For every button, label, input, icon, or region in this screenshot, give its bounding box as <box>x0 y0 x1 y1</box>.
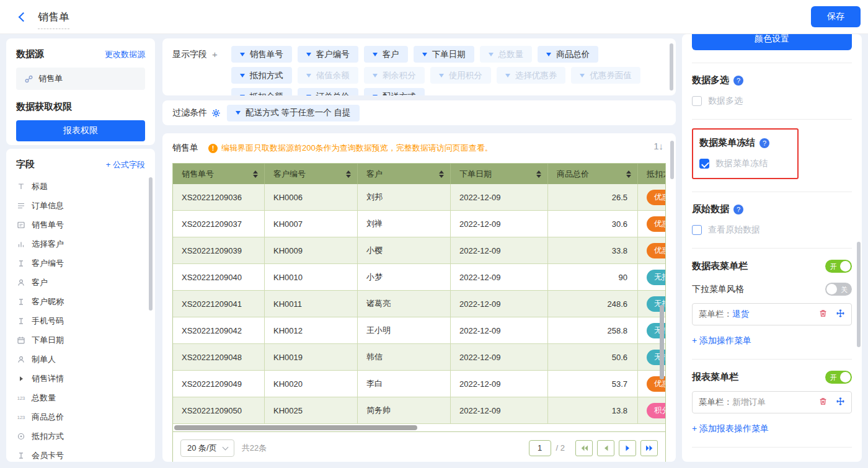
report-menu-item[interactable]: 菜单栏： 新增订单 <box>692 391 852 413</box>
display-field-chip[interactable]: 抵扣方式 <box>231 67 292 84</box>
move-icon[interactable] <box>836 397 845 408</box>
help-icon[interactable] <box>733 205 743 214</box>
next-page-button[interactable] <box>619 440 636 456</box>
chevron-down-icon <box>439 74 444 77</box>
field-item[interactable]: 123 总数量 <box>16 388 149 407</box>
field-item[interactable]: 销售详情 <box>16 369 149 388</box>
sort-arrows-icon[interactable] <box>439 170 444 178</box>
sort-arrows-icon[interactable] <box>626 170 631 178</box>
field-item[interactable]: 客户 <box>16 273 149 292</box>
field-item[interactable]: 客户编号 <box>16 254 149 273</box>
trash-icon[interactable] <box>818 309 828 320</box>
table-row[interactable]: XS20221209049 KH0020 李白 2022-12-09 53.7 … <box>173 371 665 397</box>
add-display-field-button[interactable]: + <box>212 49 218 95</box>
table-row[interactable]: XS20221209040 KH0010 小梦 2022-12-09 90 无抵… <box>173 264 665 291</box>
column-header[interactable]: 抵扣方式 <box>638 164 665 184</box>
display-field-chip[interactable]: 总数量 <box>480 46 533 63</box>
menu-item-value[interactable]: 退货 <box>732 309 749 320</box>
color-settings-button[interactable]: 颜色设置 <box>692 34 852 50</box>
chips-scrollbar[interactable] <box>670 43 673 91</box>
checkbox-checked[interactable] <box>699 159 709 169</box>
column-header[interactable]: 销售单号 <box>173 164 265 184</box>
table-card-scrollbar[interactable] <box>670 141 674 179</box>
gear-icon[interactable] <box>211 108 221 118</box>
table-row[interactable]: XS20221209041 KH0011 诸葛亮 2022-12-09 248.… <box>173 291 665 317</box>
page-title[interactable]: 销售单 <box>38 10 69 29</box>
display-field-chip[interactable]: 储值余额 <box>298 67 358 84</box>
help-icon[interactable] <box>760 138 769 148</box>
table-row[interactable]: XS20221209036 KH0006 刘邦 2022-12-09 26.5 … <box>173 184 665 211</box>
menu-item-value[interactable]: 新增订单 <box>732 397 766 408</box>
add-action-menu-link[interactable]: + 添加操作菜单 <box>692 335 852 347</box>
column-header[interactable]: 下单日期 <box>451 164 548 184</box>
field-item[interactable]: 选择客户 <box>16 234 149 254</box>
move-icon[interactable] <box>836 309 845 320</box>
field-item[interactable]: 会员卡号 <box>16 446 149 462</box>
display-field-chip[interactable]: 客户编号 <box>298 46 358 63</box>
checkbox-unchecked[interactable] <box>692 225 702 235</box>
table-menu-toggle[interactable]: 开 <box>825 260 852 273</box>
field-item[interactable]: 抵扣方式 <box>16 426 149 446</box>
column-header[interactable]: 客户编号 <box>265 164 358 184</box>
display-field-chip[interactable]: 订单总价 <box>298 88 358 95</box>
table-row[interactable]: XS20221209048 KH0019 韩信 2022-12-09 50.6 … <box>173 344 665 371</box>
checkbox-unchecked[interactable] <box>692 96 702 106</box>
title-icon <box>16 182 26 191</box>
display-field-chip[interactable]: 销售单号 <box>231 46 292 63</box>
field-item[interactable]: 制单人 <box>16 350 149 369</box>
display-field-chip[interactable]: 抵扣金额 <box>231 88 292 95</box>
raw-data-checkbox-row[interactable]: 查看原始数据 <box>692 224 852 236</box>
display-field-chip[interactable]: 下单日期 <box>414 46 474 63</box>
save-button[interactable]: 保存 <box>811 6 861 27</box>
fields-scrollbar[interactable] <box>149 177 153 311</box>
column-header[interactable]: 客户 <box>358 164 451 184</box>
field-item[interactable]: 标题 <box>16 177 149 196</box>
display-field-chip[interactable]: 优惠券面值 <box>571 67 640 84</box>
trash-icon[interactable] <box>818 397 828 408</box>
field-item[interactable]: 客户昵称 <box>16 292 149 311</box>
menu-freeze-checkbox-row[interactable]: 数据菜单冻结 <box>699 158 791 169</box>
change-datasource-link[interactable]: 更改数据源 <box>105 49 145 60</box>
field-item[interactable]: 手机号码 <box>16 311 149 330</box>
back-icon[interactable] <box>19 12 29 22</box>
multi-select-checkbox-row[interactable]: 数据多选 <box>692 95 852 107</box>
column-header[interactable]: 商品总价 <box>548 164 638 184</box>
display-field-chip[interactable]: 客户 <box>364 46 408 63</box>
table-row[interactable]: XS20221209037 KH0007 刘禅 2022-12-09 30.6 … <box>173 211 665 237</box>
field-item[interactable]: 订单信息 <box>16 196 149 215</box>
field-item[interactable]: 123 商品总价 <box>16 407 149 426</box>
page-size-select[interactable]: 20 条/页 <box>180 439 234 457</box>
report-menu-toggle[interactable]: 开 <box>825 371 852 384</box>
field-item[interactable]: 下单日期 <box>16 330 149 350</box>
display-field-chip[interactable]: 使用积分 <box>430 67 491 84</box>
last-page-button[interactable] <box>640 440 658 456</box>
settings-scrollbar[interactable] <box>857 242 861 347</box>
display-field-chip[interactable]: 选择优惠券 <box>497 67 566 84</box>
chevron-down-icon <box>306 53 311 56</box>
table-vertical-scrollbar[interactable] <box>660 305 664 379</box>
page-number-input[interactable] <box>529 440 551 456</box>
table-horizontal-scrollbar[interactable] <box>174 425 417 430</box>
sort-arrows-icon[interactable] <box>536 170 541 178</box>
datasource-item[interactable]: 销售单 <box>16 68 145 90</box>
add-report-action-menu-link[interactable]: + 添加报表操作菜单 <box>692 423 852 435</box>
dropdown-style-toggle[interactable]: 关 <box>825 283 852 296</box>
report-permission-button[interactable]: 报表权限 <box>16 120 145 141</box>
table-row[interactable]: XS20221209039 KH0009 小樱 2022-12-09 33.8 … <box>173 237 665 264</box>
table-row[interactable]: XS20221209050 KH0025 简务帅 2022-12-09 13.8… <box>173 397 665 424</box>
sort-arrows-icon[interactable] <box>346 170 351 178</box>
display-field-chip[interactable]: 配送方式 <box>364 88 425 95</box>
first-page-button[interactable] <box>575 440 593 456</box>
field-item[interactable]: 销售单号 <box>16 215 149 234</box>
caret-right-icon <box>16 374 26 383</box>
sort-arrows-icon[interactable] <box>253 170 258 178</box>
display-field-chip[interactable]: 剩余积分 <box>364 67 425 84</box>
table-row[interactable]: XS20221209042 KH0012 王小明 2022-12-09 258.… <box>173 317 665 344</box>
prev-page-button[interactable] <box>597 440 614 456</box>
sort-order-icon[interactable]: 1↓ <box>653 141 663 151</box>
table-menu-item[interactable]: 菜单栏： 退货 <box>692 303 852 325</box>
help-icon[interactable] <box>733 76 743 86</box>
display-field-chip[interactable]: 商品总价 <box>538 46 598 63</box>
filter-condition-chip[interactable]: 配送方式 等于任意一个 自提 <box>227 105 360 121</box>
formula-field-link[interactable]: + 公式字段 <box>106 159 145 170</box>
